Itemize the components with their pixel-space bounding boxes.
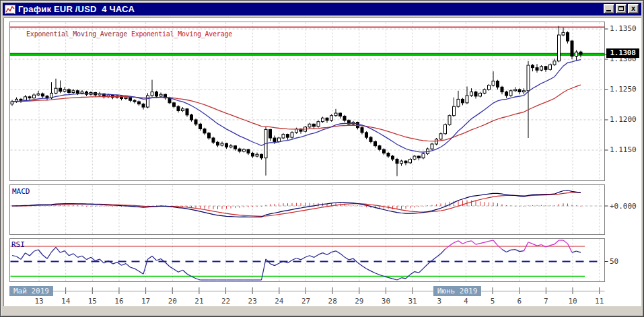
app-icon (5, 5, 15, 14)
price-axis-label: 1.1200 (610, 115, 637, 124)
month-label: Июнь 2019 (433, 286, 482, 296)
date-label: 13 (28, 297, 50, 306)
date-label: 14 (55, 297, 77, 306)
rsi-label: RSI (11, 240, 25, 249)
date-label: 30 (375, 297, 396, 306)
ema-slow-label: Exponential_Moving_Average (131, 30, 232, 38)
maximize-button[interactable] (616, 4, 627, 13)
minimize-button[interactable] (604, 4, 614, 13)
date-label: 31 (402, 297, 423, 306)
rsi-50-label: 50 (610, 257, 618, 266)
date-label: 27 (295, 297, 317, 306)
chart-window: График EUR /USD 4 ЧАСА x Exponential_Mov… (0, 0, 644, 317)
macd-zero-label: +0.000 (610, 202, 637, 211)
maximize-icon (618, 6, 624, 11)
window-title: График EUR /USD 4 ЧАСА (18, 4, 135, 14)
date-label: 11 (589, 297, 610, 306)
close-icon: x (629, 4, 638, 13)
date-label: 10 (562, 297, 583, 306)
date-label: 28 (322, 297, 343, 306)
current-price-flag: 1.1308 (606, 48, 639, 58)
date-label: 24 (269, 297, 290, 306)
window-titlebar[interactable]: График EUR /USD 4 ЧАСА x (3, 3, 641, 15)
price-axis-label: 1.1150 (610, 145, 637, 154)
ema-fast-label: Exponential_Moving_Average (26, 30, 127, 38)
date-label: 15 (81, 297, 103, 306)
date-label: 5 (482, 297, 503, 306)
date-label: 3 (429, 297, 450, 306)
date-label: 4 (455, 297, 476, 306)
minimize-icon (606, 10, 611, 11)
macd-label: MACD (12, 187, 30, 196)
rsi-panel[interactable] (9, 238, 605, 282)
date-label: 21 (188, 297, 210, 306)
date-label: 6 (509, 297, 530, 306)
date-label: 17 (135, 297, 157, 306)
date-label: 29 (349, 297, 370, 306)
date-label: 22 (215, 297, 237, 306)
macd-panel[interactable] (9, 184, 605, 235)
price-axis-label: 1.1250 (610, 85, 637, 94)
main-price-panel[interactable] (9, 22, 605, 181)
date-label: 20 (162, 297, 183, 306)
date-label: 7 (535, 297, 557, 306)
month-label: Май 2019 (9, 286, 53, 296)
date-label: 16 (108, 297, 130, 306)
close-button[interactable]: x (628, 4, 639, 13)
price-axis-label: 1.1350 (610, 24, 637, 33)
ema-legend: Exponential_Moving_Average Exponential_M… (11, 23, 232, 45)
date-label: 23 (242, 297, 263, 306)
